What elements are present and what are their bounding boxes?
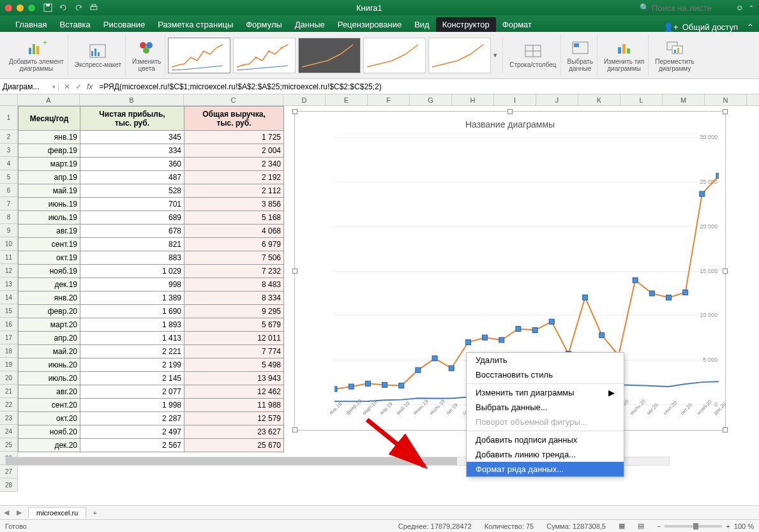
minimize-icon[interactable]: [17, 4, 24, 11]
cell-revenue[interactable]: 13 943: [184, 372, 284, 385]
cell-revenue[interactable]: 2 112: [184, 184, 284, 198]
row-header-24[interactable]: 24: [0, 425, 18, 438]
tab-design[interactable]: Конструктор: [436, 17, 496, 32]
change-chart-type-button[interactable]: Изменить тип диаграммы: [600, 34, 649, 77]
maximize-icon[interactable]: [28, 4, 35, 11]
cell-profit[interactable]: 821: [80, 238, 184, 251]
zoom-slider[interactable]: [665, 525, 722, 528]
cell-revenue[interactable]: 4 068: [184, 225, 284, 238]
chart-style-3[interactable]: [298, 38, 361, 73]
row-header-10[interactable]: 10: [0, 237, 18, 251]
col-header-G[interactable]: G: [410, 94, 452, 105]
share-button[interactable]: Общий доступ: [682, 22, 738, 32]
header-revenue[interactable]: Общая выручка, тыс. руб.: [184, 107, 284, 131]
formula-input[interactable]: [96, 80, 759, 94]
chart-style-1[interactable]: [168, 38, 230, 73]
close-icon[interactable]: [5, 4, 12, 11]
col-header-L[interactable]: L: [620, 94, 663, 105]
series-marker[interactable]: [432, 356, 437, 361]
tab-draw[interactable]: Рисование: [97, 17, 151, 32]
cell-month[interactable]: июль.20: [19, 372, 80, 385]
menu-item[interactable]: Восстановить стиль: [467, 367, 624, 382]
cell-profit[interactable]: 528: [80, 184, 184, 198]
cell-revenue[interactable]: 3 856: [184, 198, 284, 211]
cell-profit[interactable]: 1 893: [80, 318, 184, 332]
chart-styles-gallery[interactable]: ▾: [168, 38, 503, 73]
cell-month[interactable]: окт.20: [19, 412, 80, 425]
cell-month[interactable]: июнь.19: [19, 198, 80, 211]
row-header-17[interactable]: 17: [0, 331, 18, 344]
cell-month[interactable]: сент.20: [19, 399, 80, 412]
cell-profit[interactable]: 1 029: [80, 265, 184, 278]
zoom-control[interactable]: − + 100 %: [657, 522, 754, 530]
cell-revenue[interactable]: 2 192: [184, 171, 284, 184]
row-header-21[interactable]: 21: [0, 385, 18, 398]
col-header-D[interactable]: D: [283, 94, 326, 105]
row-header-1[interactable]: 1: [0, 106, 18, 130]
series-marker[interactable]: [716, 173, 719, 178]
cell-profit[interactable]: 998: [80, 278, 184, 292]
cell-revenue[interactable]: 7 506: [184, 251, 284, 265]
tab-insert[interactable]: Вставка: [53, 17, 96, 32]
zoom-in-icon[interactable]: +: [726, 522, 730, 530]
col-header-M[interactable]: M: [663, 94, 705, 105]
enter-icon[interactable]: ✓: [75, 82, 82, 91]
cell-revenue[interactable]: 1 725: [184, 131, 284, 144]
series-marker[interactable]: [499, 337, 504, 343]
col-header-J[interactable]: J: [536, 94, 578, 105]
menu-item[interactable]: Изменить тип диаграммы▶: [467, 385, 624, 400]
cell-month[interactable]: март.20: [19, 318, 80, 332]
cell-profit[interactable]: 360: [80, 158, 184, 171]
cell-month[interactable]: авг.20: [19, 385, 80, 399]
collapse-ribbon-icon[interactable]: ⌃: [747, 22, 754, 32]
row-header-13[interactable]: 13: [0, 277, 18, 291]
search-input[interactable]: [652, 3, 728, 13]
row-header-5[interactable]: 5: [0, 170, 18, 184]
menu-item[interactable]: Формат ряда данных...: [467, 462, 624, 477]
col-header-A[interactable]: A: [18, 94, 80, 105]
cell-revenue[interactable]: 9 295: [184, 305, 284, 318]
cell-profit[interactable]: 1 413: [80, 332, 184, 345]
cell-revenue[interactable]: 12 579: [184, 412, 284, 425]
row-header-28[interactable]: 28: [0, 478, 18, 492]
cell-profit[interactable]: 678: [80, 225, 184, 238]
cell-profit[interactable]: 2 077: [80, 385, 184, 399]
cell-revenue[interactable]: 2 340: [184, 158, 284, 171]
row-header-15[interactable]: 15: [0, 304, 18, 318]
series-marker[interactable]: [633, 277, 638, 283]
row-header-7[interactable]: 7: [0, 197, 18, 211]
row-header-16[interactable]: 16: [0, 318, 18, 331]
cell-revenue[interactable]: 8 483: [184, 278, 284, 292]
row-header-23[interactable]: 23: [0, 411, 18, 425]
row-header-18[interactable]: 18: [0, 344, 18, 358]
series-marker[interactable]: [483, 335, 488, 340]
tab-review[interactable]: Рецензирование: [331, 17, 408, 32]
cell-month[interactable]: дек.20: [19, 439, 80, 452]
cell-profit[interactable]: 334: [80, 144, 184, 158]
row-header-25[interactable]: 25: [0, 438, 18, 452]
quick-layout-button[interactable]: Экспресс-макет: [71, 34, 126, 77]
cell-month[interactable]: февр.20: [19, 305, 80, 318]
cell-month[interactable]: сент.19: [19, 238, 80, 251]
cell-profit[interactable]: 487: [80, 171, 184, 184]
chart-style-2[interactable]: [233, 38, 296, 73]
cell-revenue[interactable]: 7 232: [184, 265, 284, 278]
cell-profit[interactable]: 2 497: [80, 425, 184, 439]
series-marker[interactable]: [399, 383, 404, 388]
cancel-icon[interactable]: ✕: [64, 82, 70, 91]
move-chart-button[interactable]: Переместить диаграмму: [651, 34, 698, 77]
cell-profit[interactable]: 2 221: [80, 345, 184, 358]
row-header-9[interactable]: 9: [0, 224, 18, 237]
tab-data[interactable]: Данные: [289, 17, 331, 32]
cell-month[interactable]: нояб.19: [19, 265, 80, 278]
tab-home[interactable]: Главная: [9, 17, 53, 32]
series-marker[interactable]: [382, 382, 387, 387]
row-header-11[interactable]: 11: [0, 251, 18, 264]
cell-month[interactable]: авг.19: [19, 225, 80, 238]
chart-style-5[interactable]: [428, 38, 491, 73]
cell-profit[interactable]: 2 567: [80, 439, 184, 452]
search-box[interactable]: 🔍: [640, 3, 728, 13]
view-normal-icon[interactable]: ▦: [619, 522, 625, 530]
undo-icon[interactable]: [58, 3, 68, 13]
row-header-12[interactable]: 12: [0, 264, 18, 277]
